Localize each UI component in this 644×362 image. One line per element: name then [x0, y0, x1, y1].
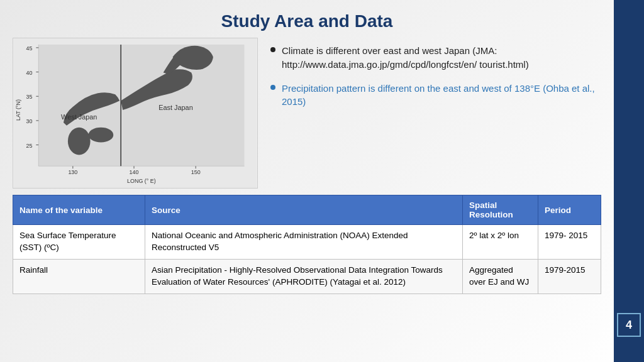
table-header-row: Name of the variable Source Spatial Reso… [13, 195, 601, 225]
col-header-source: Source [145, 195, 463, 225]
table-row: Sea Surface Temperature (SST) (ºC) Natio… [13, 225, 601, 260]
svg-text:40: 40 [26, 70, 32, 76]
page-number: 4 [617, 313, 641, 337]
bullet-text-2: Precipitation pattern is different on th… [282, 82, 601, 109]
map-container: 45 40 35 30 25 LAT (°N) 130 [13, 38, 258, 189]
bullet-1: Climate is different over east and west … [270, 44, 601, 72]
row1-source: National Oceanic and Atmospheric Adminis… [145, 225, 463, 260]
row1-spatial: 2º lat x 2º lon [463, 225, 538, 260]
svg-text:25: 25 [26, 143, 32, 149]
bullet-text-1: Climate is different over east and west … [282, 44, 601, 72]
table-section: Name of the variable Source Spatial Reso… [0, 189, 614, 362]
data-table: Name of the variable Source Spatial Reso… [13, 195, 601, 294]
svg-point-23 [68, 128, 91, 155]
svg-text:130: 130 [68, 169, 77, 175]
row2-spatial: Aggregated over EJ and WJ [463, 259, 538, 293]
svg-point-24 [89, 128, 114, 143]
bullet-2: Precipitation pattern is different on th… [270, 82, 601, 109]
row2-period: 1979-2015 [538, 259, 601, 293]
col-header-spatial: Spatial Resolution [463, 195, 538, 225]
table-row: Rainfall Asian Precipitation - Highly-Re… [13, 259, 601, 293]
bullets-section: Climate is different over east and west … [270, 38, 601, 189]
row2-source: Asian Precipitation - Highly-Resolved Ob… [145, 259, 463, 293]
svg-text:35: 35 [26, 94, 32, 100]
svg-text:30: 30 [26, 118, 32, 124]
upper-section: 45 40 35 30 25 LAT (°N) 130 [0, 38, 614, 189]
svg-text:140: 140 [130, 169, 139, 175]
row1-period: 1979- 2015 [538, 225, 601, 260]
svg-text:LAT (°N): LAT (°N) [15, 99, 21, 121]
bullet-dot-2 [270, 85, 275, 90]
col-header-period: Period [538, 195, 601, 225]
right-sidebar: 4 [614, 0, 644, 362]
row2-name: Rainfall [13, 259, 145, 293]
col-header-name: Name of the variable [13, 195, 145, 225]
svg-text:150: 150 [191, 169, 201, 175]
row1-name: Sea Surface Temperature (SST) (ºC) [13, 225, 145, 260]
svg-text:West Japan: West Japan [61, 113, 97, 121]
slide-title: Study Area and Data [0, 0, 614, 38]
svg-text:East Japan: East Japan [158, 104, 193, 111]
svg-text:LONG (° E): LONG (° E) [127, 178, 156, 184]
main-content: Study Area and Data 45 40 [0, 0, 614, 362]
svg-text:45: 45 [26, 45, 32, 52]
bullet-dot-1 [270, 47, 275, 52]
